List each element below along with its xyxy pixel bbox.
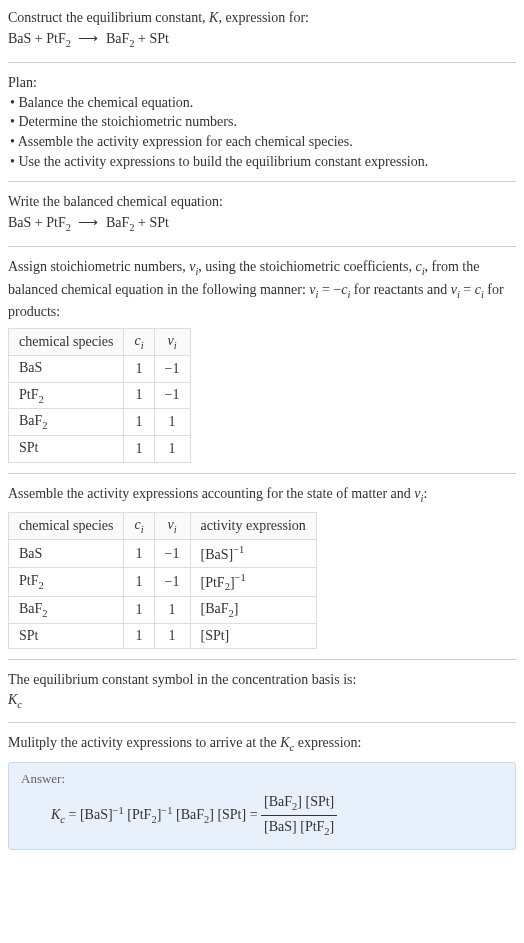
subscript: 2 [38, 580, 43, 591]
species: SPt [149, 215, 168, 230]
subscript: i [174, 340, 177, 351]
subscript: i [174, 524, 177, 535]
text: , expression for: [218, 10, 309, 25]
superscript: −1 [235, 572, 246, 583]
cell-activity: [PtF2]−1 [190, 567, 316, 596]
divider [8, 659, 516, 660]
species: BaS [8, 31, 31, 46]
balanced-equation: BaS + PtF2 ⟶ BaF2 + SPt [8, 212, 516, 237]
stoich-text: Assign stoichiometric numbers, νi, using… [8, 257, 516, 322]
activity-text: Assemble the activity expressions accoun… [8, 484, 516, 506]
text: ] [SPt] [297, 794, 334, 809]
superscript: −1 [113, 804, 124, 815]
text: BaS [19, 546, 42, 561]
cell-activity: [BaS]−1 [190, 540, 316, 568]
col-ci: ci [124, 513, 154, 540]
col-activity: activity expression [190, 513, 316, 540]
subscript: i [141, 524, 144, 535]
col-nui: νi [154, 513, 190, 540]
plan-bullet: • Assemble the activity expression for e… [8, 132, 516, 152]
species: PtF [46, 215, 65, 230]
text: BaF [19, 413, 42, 428]
subscript: 2 [66, 222, 71, 233]
intro-section: Construct the equilibrium constant, K, e… [8, 8, 516, 52]
divider [8, 246, 516, 247]
col-ci: ci [124, 328, 154, 355]
table-row: BaS 1 −1 [9, 355, 191, 382]
cell-nu: 1 [154, 436, 190, 463]
activity-section: Assemble the activity expressions accoun… [8, 484, 516, 649]
arrow-icon: ⟶ [74, 31, 102, 46]
table-row: SPt 1 1 [SPt] [9, 624, 317, 649]
col-species: chemical species [9, 513, 124, 540]
superscript: −1 [161, 804, 172, 815]
cell-c: 1 [124, 382, 154, 409]
cell-activity: [SPt] [190, 624, 316, 649]
plan-section: Plan: • Balance the chemical equation. •… [8, 73, 516, 171]
subscript: 2 [66, 37, 71, 48]
subscript: i [141, 340, 144, 351]
cell-nu: −1 [154, 540, 190, 568]
var-k: K [209, 10, 218, 25]
text: Assign stoichiometric numbers, [8, 259, 189, 274]
text: SPt [19, 628, 38, 643]
text: expression: [294, 735, 361, 750]
text: [BaF [201, 601, 229, 616]
text: : [423, 486, 427, 501]
text: [BaS] [201, 547, 234, 562]
text: = [460, 282, 475, 297]
cell-nu: −1 [154, 567, 190, 596]
cell-c: 1 [124, 567, 154, 596]
plus: + [135, 31, 150, 46]
multiply-section: Mulitply the activity expressions to arr… [8, 733, 516, 850]
text: [BaS] [PtF [264, 819, 324, 834]
plus: + [31, 31, 46, 46]
text: = − [318, 282, 341, 297]
col-nui: νi [154, 328, 190, 355]
text: ] [330, 819, 335, 834]
balanced-text: Write the balanced chemical equation: [8, 192, 516, 212]
text: [BaF [172, 807, 204, 822]
cell-nu: 1 [154, 597, 190, 624]
plus: + [31, 215, 46, 230]
answer-equation: Kc = [BaS]−1 [PtF2]−1 [BaF2] [SPt] = [Ba… [21, 791, 503, 841]
cell-nu: −1 [154, 382, 190, 409]
divider [8, 62, 516, 63]
cell-species: BaS [9, 540, 124, 568]
table-row: PtF2 1 −1 [PtF2]−1 [9, 567, 317, 596]
species: BaF [106, 31, 129, 46]
plan-bullet: • Determine the stoichiometric numbers. [8, 112, 516, 132]
stoich-section: Assign stoichiometric numbers, νi, using… [8, 257, 516, 463]
text: [BaF [264, 794, 292, 809]
text: , using the stoichiometric coefficients, [198, 259, 415, 274]
cell-species: BaF2 [9, 597, 124, 624]
var-k: K [51, 807, 60, 822]
symbol-section: The equilibrium constant symbol in the c… [8, 670, 516, 712]
text: SPt [19, 440, 38, 455]
species: SPt [149, 31, 168, 46]
divider [8, 722, 516, 723]
var-k: K [280, 735, 289, 750]
denominator: [BaS] [PtF2] [261, 816, 337, 841]
table-header-row: chemical species ci νi [9, 328, 191, 355]
stoich-table: chemical species ci νi BaS 1 −1 PtF2 1 −… [8, 328, 191, 463]
text: [PtF [124, 807, 152, 822]
multiply-text: Mulitply the activity expressions to arr… [8, 733, 516, 755]
table-row: BaF2 1 1 [9, 409, 191, 436]
fraction: [BaF2] [SPt][BaS] [PtF2] [261, 791, 337, 841]
intro-text: Construct the equilibrium constant, K, e… [8, 8, 516, 28]
species: PtF [46, 31, 65, 46]
text: [PtF [201, 574, 225, 589]
plan-bullet: • Balance the chemical equation. [8, 93, 516, 113]
cell-nu: 1 [154, 409, 190, 436]
plan-bullet: • Use the activity expressions to build … [8, 152, 516, 172]
subscript: 2 [42, 420, 47, 431]
text: = [BaS] [65, 807, 113, 822]
activity-table: chemical species ci νi activity expressi… [8, 512, 317, 649]
cell-species: BaF2 [9, 409, 124, 436]
species: BaF [106, 215, 129, 230]
text: [SPt] [201, 628, 230, 643]
cell-c: 1 [124, 409, 154, 436]
text: Construct the equilibrium constant, [8, 10, 209, 25]
cell-species: BaS [9, 355, 124, 382]
